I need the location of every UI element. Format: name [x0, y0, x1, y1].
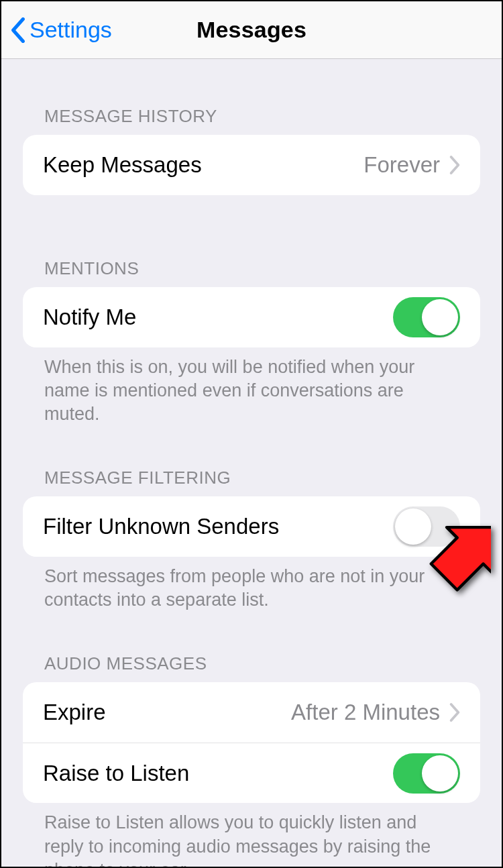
section-header-filtering: MESSAGE FILTERING: [23, 468, 480, 496]
group-history: Keep Messages Forever: [23, 135, 480, 195]
page-title: Messages: [197, 17, 306, 43]
row-notify-me: Notify Me: [23, 287, 480, 347]
group-audio: Expire After 2 Minutes Raise to Listen: [23, 682, 480, 803]
keep-messages-label: Keep Messages: [43, 152, 202, 178]
chevron-right-icon: [449, 156, 460, 174]
section-footer-audio: Raise to Listen allows you to quickly li…: [23, 803, 480, 868]
group-filtering: Filter Unknown Senders: [23, 496, 480, 557]
section-footer-filtering: Sort messages from people who are not in…: [23, 557, 480, 612]
filter-unknown-toggle[interactable]: [393, 506, 460, 547]
group-mentions: Notify Me: [23, 287, 480, 347]
raise-label: Raise to Listen: [43, 761, 189, 786]
section-footer-mentions: When this is on, you will be notified wh…: [23, 347, 480, 426]
keep-messages-value: Forever: [364, 152, 440, 178]
filter-unknown-label: Filter Unknown Senders: [43, 514, 279, 539]
row-raise-to-listen: Raise to Listen: [23, 743, 480, 803]
row-keep-messages[interactable]: Keep Messages Forever: [23, 135, 480, 195]
notify-me-label: Notify Me: [43, 305, 136, 330]
chevron-left-icon: [11, 17, 25, 43]
row-expire[interactable]: Expire After 2 Minutes: [23, 682, 480, 743]
notify-me-toggle[interactable]: [393, 297, 460, 337]
back-button[interactable]: Settings: [11, 1, 112, 58]
expire-value: After 2 Minutes: [291, 700, 440, 725]
section-header-audio: AUDIO MESSAGES: [23, 653, 480, 682]
navbar: Settings Messages: [1, 1, 502, 59]
expire-label: Expire: [43, 700, 106, 725]
chevron-right-icon: [449, 703, 460, 722]
section-header-history: MESSAGE HISTORY: [23, 106, 480, 135]
row-filter-unknown: Filter Unknown Senders: [23, 496, 480, 557]
back-label: Settings: [30, 17, 112, 43]
section-header-mentions: MENTIONS: [23, 258, 480, 287]
raise-toggle[interactable]: [393, 753, 460, 794]
